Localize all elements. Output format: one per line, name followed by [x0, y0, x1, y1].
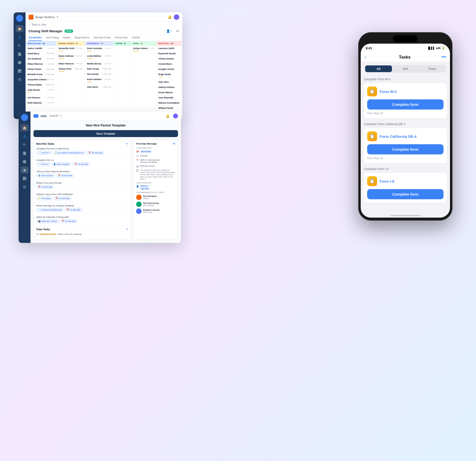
- back-arrow-icon: ←: [29, 23, 31, 26]
- table-row[interactable]: Ruth Edwards5:47 am: [26, 100, 56, 106]
- tasks-edit-icon[interactable]: ✎: [126, 142, 128, 145]
- task-w4-label: Complete Form W-4 (+state forms): [36, 147, 128, 150]
- clock-icon: 🕐: [136, 155, 139, 157]
- tab-all[interactable]: All: [365, 65, 392, 72]
- sidebar-item-home[interactable]: 🏠: [21, 124, 29, 131]
- table-row[interactable]: Janice Castillo9:11 am: [26, 46, 56, 51]
- table-row[interactable]: Jordan Adams2:13 pm★★★★: [131, 46, 156, 54]
- sidebar-item-chart-bar[interactable]: 📊: [21, 175, 29, 182]
- table-row[interactable]: Peter Gonzales3:41 am★★★: [85, 46, 113, 54]
- table-row[interactable]: Ann Romero2:42 pm: [26, 95, 56, 100]
- phone-page-title: Tasks: [368, 55, 441, 60]
- add-candidate-icon[interactable]: 👤+: [166, 29, 172, 33]
- table-row[interactable]: Jacqueline O'Brien12:01 am: [26, 77, 56, 82]
- job-title: Closing Shift Manager: [29, 29, 62, 33]
- table-row[interactable]: Crystal Myers: [156, 61, 181, 67]
- sidebar-item-docs[interactable]: 📄: [21, 150, 29, 157]
- sidebar-item-people[interactable]: 👤: [16, 34, 24, 41]
- status-icons: ▐▌▌▌ wifi 🔋: [427, 47, 445, 50]
- table-row[interactable]: Ruth Young3 days ago: [85, 66, 113, 72]
- notification-bell-icon[interactable]: 🔔: [166, 114, 170, 118]
- sidebar-item-settings[interactable]: ⚙️: [16, 76, 24, 83]
- sidebar-item-search[interactable]: 🔍: [16, 42, 24, 49]
- first-day-edit-icon[interactable]: ✎: [173, 142, 175, 145]
- table-row[interactable]: Martha McCoy8:11 am: [85, 61, 113, 66]
- col-application: APPLICATION 11 Janice Castillo9:11 am Da…: [26, 41, 57, 119]
- chip-start-date-1: 📅On start date: [87, 151, 104, 155]
- table-row[interactable]: Dylan Andrews9:13 pm★★★★: [57, 54, 85, 61]
- task-section-label-de4: Complete Form California DE-4: [364, 122, 447, 126]
- task-id-chips: 📅On start date: [36, 185, 128, 189]
- sidebar-item-clock[interactable]: 🕐: [21, 158, 29, 165]
- table-row[interactable]: David Berry10:58 am: [26, 51, 56, 56]
- complete-form-button-w4[interactable]: Complete form: [367, 99, 444, 110]
- table-row[interactable]: Kevin Sanders3:22 pm★★★: [85, 77, 113, 85]
- sidebar-item-clock[interactable]: 🕐: [16, 59, 24, 66]
- table-row[interactable]: Cheryl Tucker4 days ago: [26, 67, 56, 72]
- notification-icon[interactable]: 🔔: [168, 15, 172, 19]
- nav-stages[interactable]: Stages: [63, 35, 70, 41]
- packet-user-avatar[interactable]: [173, 114, 178, 118]
- tab-self[interactable]: Self: [392, 65, 419, 72]
- nav-job-posting[interactable]: Job Posting: [46, 35, 59, 41]
- chip-salad-training: 🎬Salad Bar Training: [36, 219, 59, 223]
- team-tasks-title: Team Tasks: [36, 228, 50, 231]
- chip-direct-deposit: 🏦Direct Deposit: [36, 174, 55, 177]
- tab-team[interactable]: Team: [419, 65, 446, 72]
- table-row[interactable]: Ethan Peterson1 day ago: [26, 61, 56, 67]
- complete-form-button-de4[interactable]: Complete form: [367, 144, 444, 154]
- table-row[interactable]: Douglas Gomez: [156, 67, 181, 72]
- table-row[interactable]: Theresa Baker7 days ago: [26, 82, 56, 87]
- back-to-jobs[interactable]: ← Back to Jobs: [26, 22, 182, 28]
- phone-scroll-content: Complete Form W-4 📋 Form W-4 Complete fo…: [361, 75, 450, 213]
- table-row[interactable]: Alan Harris4 days ago: [85, 85, 113, 90]
- eddy-logo-blue-icon: [33, 114, 38, 118]
- nav-publish[interactable]: Publish: [132, 35, 140, 41]
- table-row[interactable]: Laurence Smith: [156, 46, 181, 51]
- table-row[interactable]: Michelle Porter3 days ago: [26, 72, 56, 77]
- complete-form-button-i9[interactable]: Complete form: [367, 189, 444, 199]
- table-row[interactable]: Juan Reynolds: [156, 95, 181, 100]
- table-row[interactable]: Melissa Cunningham: [156, 100, 181, 106]
- team-tasks-header: Team Tasks ✎: [36, 228, 128, 231]
- task-card-w4: 📋 Form W-4 Complete form Due May 15: [364, 83, 447, 118]
- table-row[interactable]: William Powell: [156, 106, 181, 111]
- sidebar-item-search[interactable]: 🔍: [21, 141, 29, 148]
- table-row[interactable]: Samantha Scott2:43 pm★★★: [57, 46, 85, 54]
- phone-more-button[interactable]: •••: [441, 55, 446, 60]
- table-row[interactable]: Roger Burke★★★: [156, 72, 181, 80]
- table-row[interactable]: Judy Brewer7:34 am★★: [26, 87, 56, 95]
- table-row[interactable]: Ethan Peterson5:13 pm: [57, 61, 85, 66]
- table-row[interactable]: Tyler Silva: [156, 80, 181, 85]
- phone-back-button[interactable]: ‹: [365, 55, 366, 60]
- table-row[interactable]: Linda Watkins3:45 pm★★★★: [85, 54, 113, 61]
- eddy-dropdown-icon[interactable]: ▾: [60, 115, 62, 117]
- user-avatar[interactable]: [174, 14, 179, 20]
- save-template-button[interactable]: Save Template: [96, 132, 115, 135]
- sidebar-item-home[interactable]: 🏠: [16, 25, 24, 32]
- sidebar-item-docs[interactable]: 📄: [16, 51, 24, 58]
- table-row[interactable]: Tammy Price4 days ago★★★★: [57, 66, 85, 74]
- phone-tabs: All Self Team: [365, 65, 446, 73]
- sidebar-item-people[interactable]: 👤: [21, 133, 29, 140]
- dress-icon: 👔: [136, 165, 139, 168]
- table-row[interactable]: Raymond Garrett: [156, 51, 181, 56]
- table-row[interactable]: Susan Watson: [156, 90, 181, 95]
- brand-dropdown-icon[interactable]: ▾: [57, 15, 58, 19]
- table-row[interactable]: Joe Sandoval12:19 pm: [26, 56, 56, 61]
- nav-hiring-team[interactable]: Hiring Team: [115, 35, 128, 41]
- sidebar-item-grid[interactable]: ⊞: [21, 167, 29, 173]
- first-day-dress-code: 👔 Business casual: [136, 165, 175, 168]
- sidebar-item-settings[interactable]: ⚙️: [21, 183, 29, 190]
- sidebar-item-chart[interactable]: 📊: [16, 67, 24, 74]
- nav-interview-guide[interactable]: Interview Guide: [93, 35, 111, 41]
- table-row[interactable]: Sara Hunter6 days ago: [85, 72, 113, 77]
- nav-candidates[interactable]: Candidates: [29, 35, 42, 41]
- ats-sidebar: 🏠 👤 🔍 📄 🕐 📊 ⚙️: [14, 12, 26, 119]
- table-row[interactable]: Kathryn Holmes: [156, 85, 181, 90]
- more-options-icon[interactable]: •••: [176, 29, 179, 33]
- team-tasks-edit-icon[interactable]: ✎: [126, 228, 128, 231]
- team-member-2: Ned Sheernesley HR Manager: [136, 202, 175, 207]
- nav-stage-actions[interactable]: Stage Actions: [74, 35, 89, 41]
- table-row[interactable]: Johnny Daniels: [156, 56, 181, 61]
